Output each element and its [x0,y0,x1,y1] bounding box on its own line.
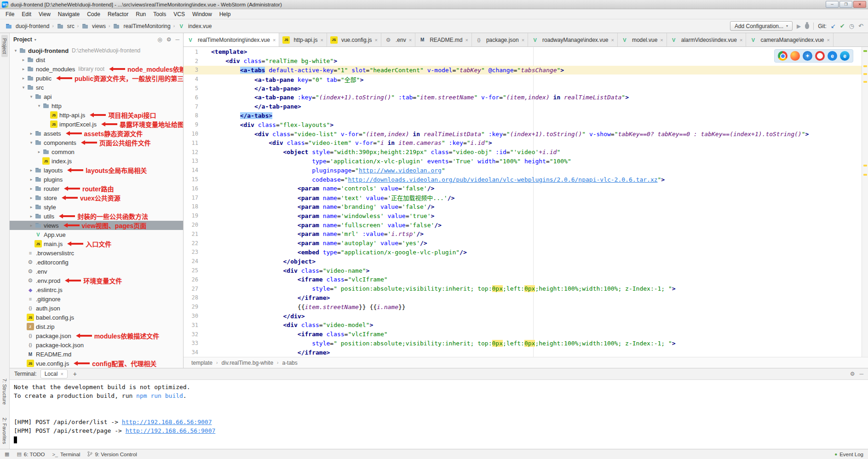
ie-browser-icon[interactable]: e [828,51,837,61]
status-event-log[interactable]: ●Event Log [834,452,863,457]
git-update-icon[interactable]: ↙ [831,23,836,29]
code-line[interactable]: 9 <div class="flex-layouts"> [184,120,868,129]
code-line[interactable]: 32 <iframe class="vlcIframe" [184,330,868,339]
code-line[interactable]: 26 <iframe class="vlcIframe" [184,275,868,284]
tree-item-.browserslistrc[interactable]: ≡.browserslistrc [10,248,183,258]
code-line[interactable]: 14 pluginspage="http://www.videolan.org" [184,166,868,175]
tab-package.json[interactable]: {}package.json× [472,33,528,46]
menu-help[interactable]: Help [216,10,235,18]
menu-edit[interactable]: Edit [18,10,35,18]
tree-item-store[interactable]: ▸storevuex公共资源 [10,193,183,202]
tab-roadwaymanage-index.vue[interactable]: VroadwayManage\index.vue× [528,33,618,46]
tree-item-.eslintrc.js[interactable]: ◆.eslintrc.js [10,285,183,294]
close-icon[interactable]: × [60,371,63,377]
minimize-button[interactable]: ─ [826,1,839,8]
tree-item-api[interactable]: ▾api [10,92,183,101]
chevron-down-icon[interactable]: ▾ [34,38,36,42]
menu-window[interactable]: Window [189,10,216,18]
debug-icon[interactable] [805,23,809,29]
menu-file[interactable]: File [2,10,18,18]
tree-item-assets[interactable]: ▸assetsassets静态资源文件 [10,129,183,138]
code-line[interactable]: 25 <div class="video-name"> [184,266,868,275]
tree-item-dist[interactable]: ▸dist [10,55,183,64]
menu-view[interactable]: View [35,10,54,18]
code-line[interactable]: 13 type='application/x-vlc-plugin' event… [184,157,868,166]
status-9-version-control[interactable]: 9: Version Control [87,451,137,458]
tree-item-.gitignore[interactable]: ≡.gitignore [10,294,183,304]
code-line[interactable]: 20 <param name='fullscreen' value='false… [184,220,868,230]
code-line[interactable]: 28 </iframe> [184,293,868,303]
toolwindow-tab-7-structure[interactable]: 7: Structure [1,375,8,408]
tree-item-plugins[interactable]: ▸plugins [10,175,183,184]
tree-item-layouts[interactable]: ▸layoutslayouts全局布局相关 [10,166,183,175]
tree-item-babel.config.js[interactable]: JSbabel.config.js [10,313,183,322]
close-button[interactable]: ✕ [853,1,866,8]
breadcrumb-item-realtimemonitoring[interactable]: realTimeMonitoring [111,22,172,30]
code-line[interactable]: 11 <div class="video-item" v-for="i in i… [184,138,868,148]
code-line[interactable]: 12 <object style="width:390px;height:219… [184,148,868,157]
tree-item-router[interactable]: ▸routerrouter路由 [10,184,183,193]
tree-item-main.js[interactable]: JSmain.js入口文件 [10,239,183,248]
close-icon[interactable]: × [375,37,378,43]
close-icon[interactable]: × [409,37,412,43]
tree-item-public[interactable]: ▸publicpublic资源文件夹，一般放引用的第三方插件 [10,74,183,83]
git-history-icon[interactable]: ◷ [849,23,854,29]
settings-gear-icon[interactable]: ⚙ [167,36,172,43]
add-configuration-button[interactable]: Add Configuration... ▾ [730,21,793,31]
menu-refactor[interactable]: Refactor [104,10,132,18]
code-line[interactable]: 8 </a-tabs> [184,111,868,120]
maximize-button[interactable]: ❐ [839,1,852,8]
code-line[interactable]: 15 codebase="http://downloads.videolan.o… [184,175,868,184]
code-line[interactable]: 17 <param name='text' value='正在加载视频中...'… [184,193,868,202]
code-line[interactable]: 22 <param name='autoplay' value='yes'/> [184,239,868,248]
tree-item-http-api.js[interactable]: JShttp-api.js项目相关api接口 [10,110,183,120]
tree-item-components[interactable]: ▾components页面公共组件文件 [10,138,183,147]
code-line[interactable]: 21 <param name='mrl' :value='i.rtsp'/> [184,230,868,239]
tree-item-src[interactable]: ▾src [10,83,183,92]
code-line[interactable]: 29 {{item.streetName}} {{i.name}} [184,302,868,311]
tree-item-duoji-frontend[interactable]: ▾duoji-frontendD:\zheheWeb\duoji-fronten… [10,46,183,55]
edge-browser-icon[interactable]: e [840,51,850,61]
hide-panel-icon[interactable]: ─ [859,371,863,377]
code-line[interactable]: 3 <a-tabs default-active-key="1" slot="h… [184,66,868,75]
toolwindow-tab-2-favorites[interactable]: 2: Favorites [1,414,8,447]
tree-item-dist.zip[interactable]: Zdist.zip [10,322,183,331]
git-rollback-icon[interactable]: ↶ [858,23,863,29]
breadcrumb-item-template[interactable]: template [190,359,214,367]
tree-item-auth.json[interactable]: {}auth.json [10,304,183,313]
breadcrumb-item-views[interactable]: views [80,22,107,30]
tree-item-readme.md[interactable]: MREADME.md [10,350,183,359]
menu-navigate[interactable]: Navigate [54,10,83,18]
status-6-todo[interactable]: ▤6: TODO [17,451,45,457]
tree-item-vue.config.js[interactable]: JSvue.config.jsconfig配置、代理相关 [10,359,183,368]
status-terminal[interactable]: >_Terminal [52,452,80,457]
menu-vcs[interactable]: VCS [170,10,189,18]
terminal-link[interactable]: http://192.168.66.56:9007 [122,419,212,425]
safari-browser-icon[interactable]: ✦ [803,51,812,61]
tree-item-package-lock.json[interactable]: {}package-lock.json [10,340,183,350]
code-line[interactable]: 27 style=" position:absolute;visibility:… [184,284,868,293]
tab-model.vue[interactable]: Vmodel.vue× [618,33,667,46]
breadcrumb-item-duoji-frontend[interactable]: duoji-frontend [4,22,51,30]
tree-item-.env.prod[interactable]: ⚙.env.prod环境变量文件 [10,276,183,285]
tree-item-.editorconfig[interactable]: ⚙.editorconfig [10,258,183,267]
code-line[interactable]: 4 <a-tab-pane key="0" tab="全部"> [184,75,868,84]
terminal-output[interactable]: Note that the development build is not o… [10,380,868,449]
code-line[interactable]: 2 <div class="realTime bg-white"> [184,57,868,66]
tree-item-importexcel.js[interactable]: JSimportExcel.js暴露环境变量地址给图片or视频资源路径管理域名 [10,120,183,129]
tab-.env[interactable]: ⚙.env× [381,33,415,46]
tab-cameramanage-index.vue[interactable]: VcameraManage\index.vue× [746,33,834,46]
tree-item-common[interactable]: ▸common [10,147,183,156]
tab-http-api.js[interactable]: JShttp-api.js× [279,33,327,46]
close-icon[interactable]: × [273,37,276,43]
code-line[interactable]: 16 <param name='controls' value='false'/… [184,184,868,193]
close-icon[interactable]: × [465,37,468,43]
code-line[interactable]: 19 <param name='windowless' value='true'… [184,211,868,220]
code-line[interactable]: 30 </div> [184,311,868,321]
close-icon[interactable]: × [320,37,323,43]
breadcrumb-item-a-tabs[interactable]: a-tabs [281,359,299,367]
tree-item-.env[interactable]: ⚙.env [10,267,183,276]
close-icon[interactable]: × [522,37,524,43]
code-line[interactable]: 7 </a-tab-pane> [184,102,868,111]
menu-tools[interactable]: Tools [149,10,170,18]
